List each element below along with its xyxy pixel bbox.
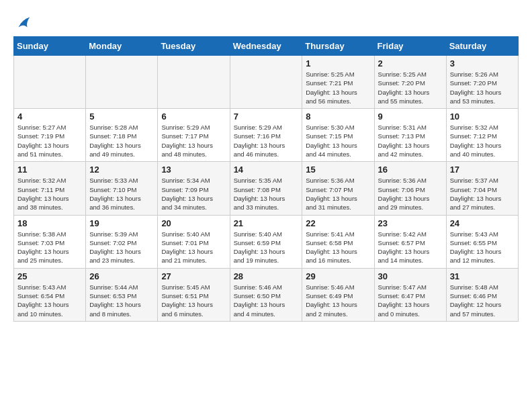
day-cell: 17Sunrise: 5:37 AM Sunset: 7:04 PM Dayli… bbox=[446, 162, 518, 215]
day-number: 11 bbox=[17, 165, 82, 175]
day-info: Sunrise: 5:35 AM Sunset: 7:08 PM Dayligh… bbox=[234, 176, 299, 212]
day-cell: 29Sunrise: 5:46 AM Sunset: 6:49 PM Dayli… bbox=[302, 268, 374, 321]
week-row-2: 4Sunrise: 5:27 AM Sunset: 7:19 PM Daylig… bbox=[14, 109, 519, 162]
day-cell: 5Sunrise: 5:28 AM Sunset: 7:18 PM Daylig… bbox=[86, 109, 158, 162]
day-cell bbox=[86, 56, 158, 109]
day-cell bbox=[158, 56, 230, 109]
day-number: 21 bbox=[234, 218, 299, 228]
day-number: 17 bbox=[450, 165, 515, 175]
week-row-4: 18Sunrise: 5:38 AM Sunset: 7:03 PM Dayli… bbox=[14, 215, 519, 268]
day-cell: 8Sunrise: 5:30 AM Sunset: 7:15 PM Daylig… bbox=[302, 109, 374, 162]
day-info: Sunrise: 5:39 AM Sunset: 7:02 PM Dayligh… bbox=[89, 230, 154, 265]
day-cell: 11Sunrise: 5:32 AM Sunset: 7:11 PM Dayli… bbox=[14, 162, 86, 215]
day-number: 27 bbox=[161, 271, 226, 281]
day-number: 12 bbox=[89, 165, 154, 175]
day-cell: 6Sunrise: 5:29 AM Sunset: 7:17 PM Daylig… bbox=[158, 109, 230, 162]
col-header-tuesday: Tuesday bbox=[158, 37, 230, 56]
day-number: 4 bbox=[17, 111, 82, 122]
day-cell: 24Sunrise: 5:43 AM Sunset: 6:55 PM Dayli… bbox=[446, 215, 518, 268]
day-info: Sunrise: 5:40 AM Sunset: 6:59 PM Dayligh… bbox=[234, 230, 299, 265]
day-info: Sunrise: 5:25 AM Sunset: 7:20 PM Dayligh… bbox=[378, 70, 443, 105]
day-info: Sunrise: 5:44 AM Sunset: 6:53 PM Dayligh… bbox=[89, 283, 154, 318]
calendar-header: SundayMondayTuesdayWednesdayThursdayFrid… bbox=[14, 37, 519, 56]
week-row-1: 1Sunrise: 5:25 AM Sunset: 7:21 PM Daylig… bbox=[14, 56, 519, 109]
day-cell: 27Sunrise: 5:45 AM Sunset: 6:51 PM Dayli… bbox=[158, 268, 230, 321]
day-cell: 4Sunrise: 5:27 AM Sunset: 7:19 PM Daylig… bbox=[14, 109, 86, 162]
day-info: Sunrise: 5:32 AM Sunset: 7:11 PM Dayligh… bbox=[17, 176, 82, 212]
day-number: 13 bbox=[161, 165, 226, 175]
day-info: Sunrise: 5:41 AM Sunset: 6:58 PM Dayligh… bbox=[306, 230, 370, 265]
day-number: 26 bbox=[89, 271, 154, 281]
calendar-table: SundayMondayTuesdayWednesdayThursdayFrid… bbox=[13, 36, 519, 322]
day-info: Sunrise: 5:30 AM Sunset: 7:15 PM Dayligh… bbox=[306, 123, 370, 158]
day-info: Sunrise: 5:45 AM Sunset: 6:51 PM Dayligh… bbox=[161, 283, 226, 318]
day-info: Sunrise: 5:34 AM Sunset: 7:09 PM Dayligh… bbox=[161, 176, 226, 212]
day-info: Sunrise: 5:28 AM Sunset: 7:18 PM Dayligh… bbox=[89, 123, 154, 158]
day-info: Sunrise: 5:29 AM Sunset: 7:16 PM Dayligh… bbox=[234, 123, 299, 158]
day-cell: 14Sunrise: 5:35 AM Sunset: 7:08 PM Dayli… bbox=[230, 162, 302, 215]
day-number: 28 bbox=[234, 271, 299, 281]
day-number: 22 bbox=[306, 218, 370, 228]
col-header-thursday: Thursday bbox=[302, 37, 374, 56]
day-cell: 15Sunrise: 5:36 AM Sunset: 7:07 PM Dayli… bbox=[302, 162, 374, 215]
day-info: Sunrise: 5:25 AM Sunset: 7:21 PM Dayligh… bbox=[306, 70, 370, 105]
day-cell: 28Sunrise: 5:46 AM Sunset: 6:50 PM Dayli… bbox=[230, 268, 302, 321]
day-info: Sunrise: 5:26 AM Sunset: 7:20 PM Dayligh… bbox=[450, 70, 515, 105]
day-number: 5 bbox=[89, 111, 154, 122]
day-number: 15 bbox=[306, 165, 370, 175]
day-cell: 18Sunrise: 5:38 AM Sunset: 7:03 PM Dayli… bbox=[14, 215, 86, 268]
logo-bird-icon bbox=[13, 13, 32, 32]
day-cell: 1Sunrise: 5:25 AM Sunset: 7:21 PM Daylig… bbox=[302, 56, 374, 109]
day-cell: 3Sunrise: 5:26 AM Sunset: 7:20 PM Daylig… bbox=[446, 56, 518, 109]
day-info: Sunrise: 5:36 AM Sunset: 7:06 PM Dayligh… bbox=[378, 176, 443, 212]
col-header-friday: Friday bbox=[374, 37, 446, 56]
day-info: Sunrise: 5:31 AM Sunset: 7:13 PM Dayligh… bbox=[378, 123, 443, 158]
day-info: Sunrise: 5:42 AM Sunset: 6:57 PM Dayligh… bbox=[378, 230, 443, 265]
day-cell: 21Sunrise: 5:40 AM Sunset: 6:59 PM Dayli… bbox=[230, 215, 302, 268]
header bbox=[13, 13, 519, 32]
day-cell: 31Sunrise: 5:48 AM Sunset: 6:46 PM Dayli… bbox=[446, 268, 518, 321]
day-info: Sunrise: 5:46 AM Sunset: 6:50 PM Dayligh… bbox=[234, 283, 299, 318]
day-cell: 26Sunrise: 5:44 AM Sunset: 6:53 PM Dayli… bbox=[86, 268, 158, 321]
day-number: 25 bbox=[17, 271, 82, 281]
day-cell: 2Sunrise: 5:25 AM Sunset: 7:20 PM Daylig… bbox=[374, 56, 446, 109]
day-number: 9 bbox=[378, 111, 443, 122]
day-cell: 25Sunrise: 5:43 AM Sunset: 6:54 PM Dayli… bbox=[14, 268, 86, 321]
day-cell: 20Sunrise: 5:40 AM Sunset: 7:01 PM Dayli… bbox=[158, 215, 230, 268]
day-info: Sunrise: 5:43 AM Sunset: 6:55 PM Dayligh… bbox=[450, 230, 515, 265]
day-cell bbox=[14, 56, 86, 109]
col-header-monday: Monday bbox=[86, 37, 158, 56]
day-cell bbox=[230, 56, 302, 109]
day-info: Sunrise: 5:37 AM Sunset: 7:04 PM Dayligh… bbox=[450, 176, 515, 212]
day-info: Sunrise: 5:36 AM Sunset: 7:07 PM Dayligh… bbox=[306, 176, 370, 212]
day-number: 1 bbox=[306, 58, 370, 68]
day-cell: 16Sunrise: 5:36 AM Sunset: 7:06 PM Dayli… bbox=[374, 162, 446, 215]
week-row-5: 25Sunrise: 5:43 AM Sunset: 6:54 PM Dayli… bbox=[14, 268, 519, 321]
week-row-3: 11Sunrise: 5:32 AM Sunset: 7:11 PM Dayli… bbox=[14, 162, 519, 215]
day-number: 2 bbox=[378, 58, 443, 68]
day-info: Sunrise: 5:40 AM Sunset: 7:01 PM Dayligh… bbox=[161, 230, 226, 265]
day-info: Sunrise: 5:48 AM Sunset: 6:46 PM Dayligh… bbox=[450, 283, 515, 318]
day-cell: 7Sunrise: 5:29 AM Sunset: 7:16 PM Daylig… bbox=[230, 109, 302, 162]
day-cell: 30Sunrise: 5:47 AM Sunset: 6:47 PM Dayli… bbox=[374, 268, 446, 321]
day-info: Sunrise: 5:27 AM Sunset: 7:19 PM Dayligh… bbox=[17, 123, 82, 158]
col-header-saturday: Saturday bbox=[446, 37, 518, 56]
day-number: 29 bbox=[306, 271, 370, 281]
day-cell: 19Sunrise: 5:39 AM Sunset: 7:02 PM Dayli… bbox=[86, 215, 158, 268]
day-number: 7 bbox=[234, 111, 299, 122]
day-info: Sunrise: 5:33 AM Sunset: 7:10 PM Dayligh… bbox=[89, 176, 154, 212]
day-number: 8 bbox=[306, 111, 370, 122]
col-header-wednesday: Wednesday bbox=[230, 37, 302, 56]
day-number: 24 bbox=[450, 218, 515, 228]
day-cell: 13Sunrise: 5:34 AM Sunset: 7:09 PM Dayli… bbox=[158, 162, 230, 215]
day-number: 10 bbox=[450, 111, 515, 122]
day-number: 6 bbox=[161, 111, 226, 122]
calendar-body: 1Sunrise: 5:25 AM Sunset: 7:21 PM Daylig… bbox=[14, 56, 519, 322]
day-number: 18 bbox=[17, 218, 82, 228]
page: SundayMondayTuesdayWednesdayThursdayFrid… bbox=[0, 0, 532, 328]
day-info: Sunrise: 5:43 AM Sunset: 6:54 PM Dayligh… bbox=[17, 283, 82, 318]
day-cell: 12Sunrise: 5:33 AM Sunset: 7:10 PM Dayli… bbox=[86, 162, 158, 215]
day-number: 23 bbox=[378, 218, 443, 228]
day-number: 19 bbox=[89, 218, 154, 228]
day-info: Sunrise: 5:38 AM Sunset: 7:03 PM Dayligh… bbox=[17, 230, 82, 265]
